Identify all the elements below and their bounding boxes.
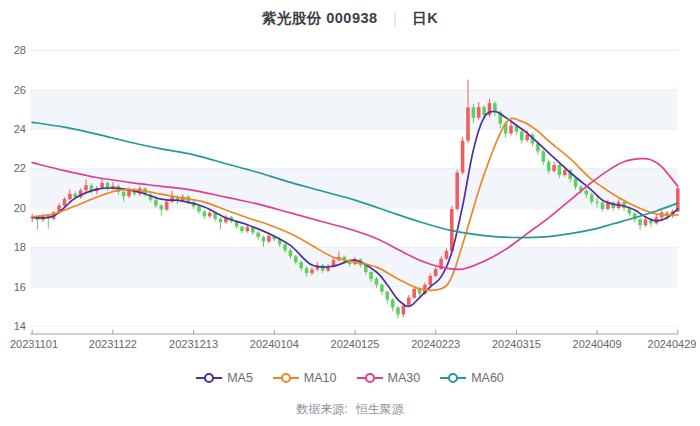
x-tick-label: 20240223 — [411, 338, 460, 350]
x-tick-label: 20231213 — [169, 338, 218, 350]
y-tick-label: 24 — [14, 123, 26, 135]
legend-marker-ma5 — [196, 372, 222, 384]
x-tick-label: 20231101 — [10, 338, 58, 350]
legend-label-ma5: MA5 — [227, 371, 253, 385]
x-axis-labels: 2023110120231122202312132024010420240125… — [10, 338, 697, 350]
data-source-note: 数据来源:恒生聚源 — [0, 401, 700, 418]
x-axis — [30, 330, 678, 335]
x-tick-label: 20231122 — [89, 338, 137, 350]
y-tick-label: 14 — [14, 320, 26, 332]
stock-chart-app: 紫光股份 000938｜日K 2023110120231122202312132… — [0, 0, 700, 426]
x-tick-label: 20240125 — [331, 338, 380, 350]
legend-marker-ma10 — [273, 372, 299, 384]
legend-item-ma5[interactable]: MA5 — [196, 371, 253, 385]
legend-label-ma60: MA60 — [471, 371, 504, 385]
x-tick-label: 20240429 — [648, 338, 697, 350]
legend-item-ma10[interactable]: MA10 — [273, 371, 337, 385]
y-tick-label: 16 — [14, 281, 26, 293]
y-tick-label: 18 — [14, 241, 26, 253]
data-source-label: 数据来源: — [296, 402, 347, 416]
y-tick-label: 22 — [14, 162, 26, 174]
legend-marker-ma60 — [440, 372, 466, 384]
legend: MA5MA10MA30MA60 — [0, 371, 700, 385]
legend-marker-ma30 — [357, 372, 383, 384]
y-axis-labels: 1416182022242628 — [14, 44, 26, 332]
legend-item-ma30[interactable]: MA30 — [357, 371, 421, 385]
data-source-value: 恒生聚源 — [356, 402, 404, 416]
y-tick-label: 28 — [14, 44, 26, 56]
y-tick-label: 26 — [14, 84, 26, 96]
x-tick-label: 20240409 — [573, 338, 622, 350]
legend-label-ma30: MA30 — [388, 371, 421, 385]
x-tick-label: 20240315 — [492, 338, 541, 350]
x-tick-label: 20240104 — [250, 338, 299, 350]
legend-label-ma10: MA10 — [304, 371, 337, 385]
y-tick-label: 20 — [14, 202, 26, 214]
legend-item-ma60[interactable]: MA60 — [440, 371, 504, 385]
kline-chart-canvas[interactable]: 2023110120231122202312132024010420240125… — [0, 0, 700, 426]
